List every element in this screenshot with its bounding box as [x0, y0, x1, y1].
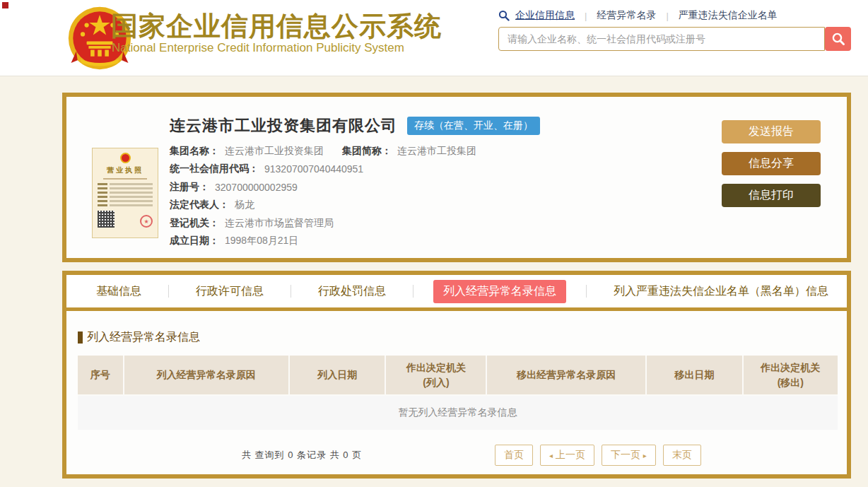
section-title: 列入经营异常名录信息 [78, 330, 200, 345]
abnormal-operations-table: 序号列入经营异常名录原因列入日期作出决定机关(列入)移出经营异常名录原因移出日期… [78, 356, 838, 430]
corner-red-marker [2, 2, 8, 8]
detail-tabbar: 基础信息行政许可信息行政处罚信息列入经营异常名录信息列入严重违法失信企业名单（黑… [66, 275, 847, 311]
license-divider [103, 178, 147, 180]
tab-separator [168, 285, 169, 298]
search-scope-tabs: 企业信用信息|经营异常名录|严重违法失信企业名单 [498, 8, 852, 23]
field-label: 登记机关： [170, 217, 219, 230]
license-title: 营业执照 [98, 165, 153, 175]
company-info-card: 营业执照 ★ 连云港市工业投资集团有限公司 存续（在营、开业、在册） 集团名称：… [62, 93, 851, 262]
pagination-summary: 共 查询到 0 条记录 共 0 页 [242, 449, 362, 462]
company-action-buttons: 发送报告信息分享信息打印 [722, 120, 821, 207]
field-value: 1998年08月21日 [225, 235, 298, 247]
detail-tab-4[interactable]: 列入经营异常名录信息 [433, 280, 566, 303]
table-header-cell: 移出日期 [647, 356, 744, 396]
tab-separator: | [666, 11, 668, 21]
company-field-row: 统一社会信用代码：913207007040440951 [170, 160, 476, 179]
business-license-image: 营业执照 ★ [92, 148, 158, 238]
header-line: 作出决定机关 [744, 360, 838, 375]
field-label: 法定代表人： [170, 199, 229, 211]
tab-separator [291, 285, 291, 298]
table-header-cell: 列入经营异常名录原因 [124, 356, 290, 396]
field-value: 连云港市工业投资集团 [225, 145, 324, 158]
search-tab-2[interactable]: 经营异常名录 [597, 9, 656, 22]
search-icon [498, 10, 510, 21]
field-value: 连云港市市场监督管理局 [225, 217, 334, 230]
field-label: 集团名称： [170, 145, 219, 158]
search-tab-1[interactable]: 企业信用信息 [515, 9, 575, 22]
pagination-button-首页[interactable]: 首页 [495, 445, 533, 466]
company-field-row: 注册号：320700000002959 [170, 178, 476, 196]
detail-tab-5[interactable]: 列入严重违法失信企业名单（黑名单）信息 [606, 280, 835, 303]
site-title-english: National Enterprise Credit Information P… [112, 41, 404, 55]
field-label: 注册号： [170, 181, 209, 194]
detail-tab-1[interactable]: 基础信息 [89, 280, 148, 303]
header-line: 序号 [78, 368, 123, 382]
pagination-button-下一页[interactable]: 下一页 ▸ [602, 445, 656, 466]
button-label: 上一页 [553, 449, 585, 460]
table-header-cell: 序号 [78, 356, 124, 396]
pagination-buttons: 首页◂ 上一页下一页 ▸末页 [495, 445, 701, 466]
header-line: 列入日期 [290, 368, 385, 382]
table-header-cell: 移出经营异常名录原因 [487, 356, 647, 396]
table-header-cell: 列入日期 [290, 356, 387, 396]
search-input[interactable] [498, 27, 825, 51]
license-red-seal: ★ [140, 215, 153, 228]
field-label: 统一社会信用代码： [170, 163, 259, 175]
table-empty-row: 暂无列入经营异常名录信息 [78, 396, 838, 430]
pagination: 共 查询到 0 条记录 共 0 页 首页◂ 上一页下一页 ▸末页 [66, 445, 847, 464]
header-line: (移出) [744, 375, 838, 390]
action-button-发送报告[interactable]: 发送报告 [722, 120, 821, 143]
field-value: 杨龙 [235, 199, 254, 211]
site-title-chinese: 国家企业信用信息公示系统 [111, 8, 442, 45]
table-header-cell: 作出决定机关(列入) [386, 356, 487, 396]
field-label: 成立日期： [170, 235, 219, 247]
table-header-cell: 作出决定机关(移出) [744, 356, 838, 396]
detail-tab-3[interactable]: 行政处罚信息 [311, 280, 393, 303]
field-value: 320700000002959 [215, 182, 298, 193]
header-line: 作出决定机关 [386, 360, 486, 375]
search-area: 企业信用信息|经营异常名录|严重违法失信企业名单 [498, 8, 852, 51]
company-fields: 集团名称：连云港市工业投资集团集团简称：连云港市工投集团统一社会信用代码：913… [170, 142, 476, 250]
button-label: 首页 [504, 449, 524, 460]
company-field-row: 法定代表人：杨龙 [170, 196, 476, 215]
company-field-row: 登记机关：连云港市市场监督管理局 [170, 214, 476, 233]
header-line: 列入经营异常名录原因 [124, 368, 288, 382]
tab-separator [413, 285, 414, 298]
field-value: 连云港市工投集团 [397, 145, 476, 158]
company-name: 连云港市工业投资集团有限公司 [170, 115, 397, 136]
search-icon [831, 32, 845, 46]
button-label: 末页 [672, 449, 692, 460]
pagination-button-末页[interactable]: 末页 [663, 445, 701, 466]
tab-separator: | [585, 11, 587, 21]
action-button-信息打印[interactable]: 信息打印 [722, 184, 821, 207]
company-field-row: 集团名称：连云港市工业投资集团集团简称：连云港市工投集团 [170, 142, 476, 160]
search-submit-button[interactable] [825, 27, 851, 51]
detail-tab-2[interactable]: 行政许可信息 [189, 280, 271, 303]
section-title-bar-icon [78, 331, 83, 344]
company-status-badge: 存续（在营、开业、在册） [407, 117, 540, 135]
pagination-button-上一页[interactable]: ◂ 上一页 [540, 445, 594, 466]
field-label: 集团简称： [342, 145, 392, 158]
tab-separator [586, 285, 587, 298]
header-line: 移出日期 [647, 368, 742, 382]
arrow-right-icon: ▸ [643, 452, 647, 459]
field-value: 913207007040440951 [264, 163, 363, 175]
header-line: (列入) [386, 375, 486, 390]
license-emblem-icon [120, 153, 131, 163]
company-field-row: 成立日期：1998年08月21日 [170, 233, 476, 251]
search-tab-3[interactable]: 严重违法失信企业名单 [679, 9, 778, 22]
action-button-信息分享[interactable]: 信息分享 [722, 152, 821, 175]
page-header: 国家企业信用信息公示系统 National Enterprise Credit … [0, 0, 868, 76]
table-empty-message: 暂无列入经营异常名录信息 [78, 396, 838, 430]
detail-card: 基础信息行政许可信息行政处罚信息列入经营异常名录信息列入严重违法失信企业名单（黑… [62, 271, 851, 479]
header-line: 移出经营异常名录原因 [487, 368, 645, 382]
button-label: 下一页 [611, 449, 643, 460]
license-qr-code [98, 211, 115, 228]
